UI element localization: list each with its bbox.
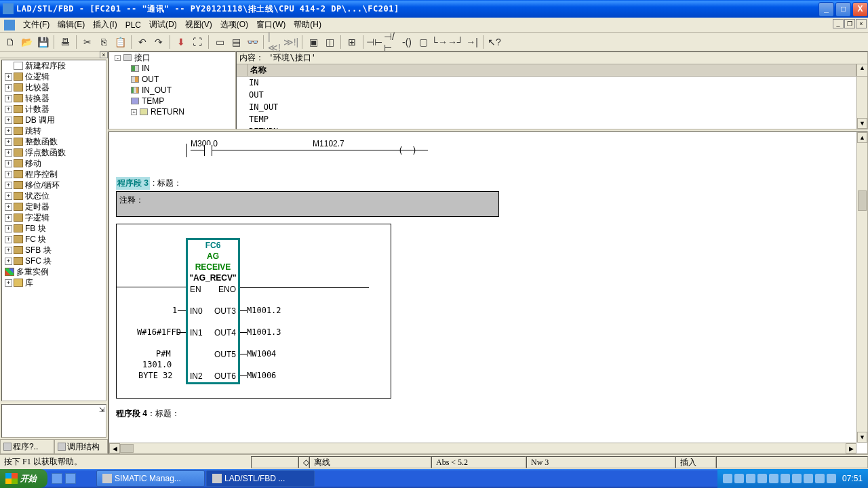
close-button[interactable]: X (852, 2, 868, 17)
network-3-comment[interactable]: 注释： (116, 191, 499, 217)
input-in2-l1[interactable]: P#M (156, 349, 171, 359)
catalog-item[interactable]: +字逻辑 (2, 212, 106, 223)
tray-icon[interactable] (757, 474, 767, 483)
code-vscroll[interactable]: ▲ ▼ (856, 132, 867, 443)
download-button[interactable]: ⬇ (174, 35, 189, 49)
interface-list-row[interactable]: IN_OUT (237, 101, 867, 113)
input-in0-value[interactable]: 1 (172, 306, 177, 315)
catalog-item[interactable]: +计数器 (2, 104, 106, 115)
quicklaunch-icon[interactable] (52, 473, 62, 484)
tray-icon[interactable] (769, 474, 778, 483)
window1-button[interactable]: ▣ (306, 35, 321, 49)
interface-list-row[interactable]: RETURN (237, 125, 867, 129)
tray-icon[interactable] (827, 474, 836, 483)
expand-icon[interactable]: + (5, 149, 12, 157)
expand-icon[interactable]: + (5, 247, 12, 254)
menu-plc[interactable]: PLC (121, 19, 145, 31)
paste-button[interactable]: 📋 (113, 35, 127, 49)
output-out3-value[interactable]: M1001.2 (247, 306, 281, 315)
expand-icon[interactable]: + (5, 160, 12, 167)
catalog-item[interactable]: +SFC 块 (2, 256, 106, 266)
catalog-item[interactable]: +库 (2, 277, 106, 288)
sidebar-close-button[interactable]: × (100, 52, 108, 58)
tab-callstruct[interactable]: 调用结构 (54, 439, 108, 454)
cut-button[interactable]: ✂ (80, 35, 95, 49)
open-button[interactable]: 📂 (19, 35, 34, 49)
branch-up-button[interactable]: →┘ (448, 35, 463, 49)
menu-options[interactable]: 选项(O) (216, 18, 252, 32)
interface-list-row[interactable]: OUT (237, 89, 867, 101)
input-in2-l3[interactable]: BYTE 32 (138, 371, 173, 380)
param-out-label[interactable]: OUT (142, 75, 159, 84)
expand-icon[interactable]: + (5, 84, 12, 92)
expand-icon[interactable]: + (5, 258, 12, 265)
input-in1-value[interactable]: W#16#1FFD (137, 327, 181, 337)
coil-icon[interactable] (401, 145, 414, 156)
expand-icon[interactable]: + (5, 106, 12, 113)
catalog-item[interactable]: +定时器 (2, 201, 106, 212)
catalog-item[interactable]: +程序控制 (2, 169, 106, 180)
branch-close-button[interactable]: →| (465, 35, 479, 49)
mdi-minimize-button[interactable]: _ (833, 19, 844, 28)
save-button[interactable]: 💾 (35, 35, 50, 49)
expand-icon[interactable]: + (5, 182, 12, 189)
copy-button[interactable]: ⎘ (96, 35, 111, 49)
quicklaunch-icon[interactable] (65, 473, 76, 484)
expand-icon[interactable]: + (5, 95, 12, 102)
mdi-close-button[interactable]: × (856, 19, 867, 28)
expand-icon[interactable]: + (131, 109, 137, 115)
expand-icon[interactable]: + (5, 192, 12, 200)
expand-icon[interactable]: + (5, 279, 12, 287)
branch-open-button[interactable]: └→ (432, 35, 447, 49)
contact-no-button[interactable]: ⊣⊢ (367, 35, 382, 49)
catalog-item[interactable]: 多重实例 (2, 266, 106, 277)
output-out4-value[interactable]: M1001.3 (247, 327, 281, 337)
detail-button[interactable]: ▤ (229, 35, 243, 49)
param-in-label[interactable]: IN (142, 64, 150, 73)
tray-icon[interactable] (815, 474, 825, 483)
coil-button[interactable]: -() (399, 35, 414, 49)
taskbar-task[interactable]: LAD/STL/FBD ... (206, 470, 315, 487)
menu-file[interactable]: 文件(F) (19, 18, 54, 32)
interface-list-row[interactable]: IN (237, 77, 867, 89)
code-editor[interactable]: M300.0 M1102.7 程序段 3 : 标题： 注释： (108, 131, 868, 454)
tray-icon[interactable] (734, 474, 744, 483)
print-button[interactable]: 🖶 (58, 35, 73, 49)
expand-icon[interactable]: + (5, 214, 12, 222)
minimize-button[interactable]: _ (818, 2, 834, 17)
monitor-button[interactable]: ⛶ (190, 35, 205, 49)
catalog-item[interactable]: +浮点数函数 (2, 147, 106, 158)
menu-debug[interactable]: 调试(D) (145, 18, 181, 32)
catalog-item[interactable]: +FB 块 (2, 223, 106, 234)
catalog-item[interactable]: +状态位 (2, 190, 106, 201)
menu-edit[interactable]: 编辑(E) (54, 18, 89, 32)
expand-icon[interactable]: + (5, 73, 12, 81)
scroll-down-button[interactable]: ▼ (857, 118, 867, 129)
catalog-item[interactable]: +比较器 (2, 82, 106, 93)
new-button[interactable]: 🗋 (3, 35, 18, 49)
catalog-item[interactable]: +转换器 (2, 93, 106, 104)
catalog-item[interactable]: +跳转 (2, 125, 106, 136)
output-out5-value[interactable]: MW1004 (247, 349, 276, 359)
code-hscroll[interactable]: ◀ ▶ (109, 443, 856, 453)
expand-icon[interactable]: + (5, 236, 12, 243)
menu-window[interactable]: 窗口(W) (252, 18, 290, 32)
clock[interactable]: 07:51 (842, 474, 863, 483)
scroll-down-icon[interactable]: ▼ (857, 432, 867, 443)
tray-icon[interactable] (746, 474, 755, 483)
scroll-up-icon[interactable]: ▲ (857, 132, 867, 143)
catalog-button[interactable]: ▭ (212, 35, 227, 49)
taskbar-task[interactable]: SIMATIC Manag... (96, 470, 205, 487)
interface-list-row[interactable]: TEMP (237, 113, 867, 125)
expand-icon[interactable]: - (115, 55, 121, 61)
scroll-right-icon[interactable]: ▶ (846, 443, 856, 453)
box-button[interactable]: ▢ (416, 35, 431, 49)
input-in2-l2[interactable]: 1301.0 (142, 360, 172, 369)
hscroll-thumb[interactable] (120, 444, 134, 453)
network-3-header[interactable]: 程序段 3 : 标题： (116, 177, 861, 190)
menu-help[interactable]: 帮助(H) (290, 18, 326, 32)
catalog-item[interactable]: +FC 块 (2, 234, 106, 245)
expand-icon[interactable]: + (5, 225, 12, 232)
tray-icon[interactable] (804, 474, 813, 483)
catalog-toggle-button[interactable]: ⊞ (344, 35, 359, 49)
